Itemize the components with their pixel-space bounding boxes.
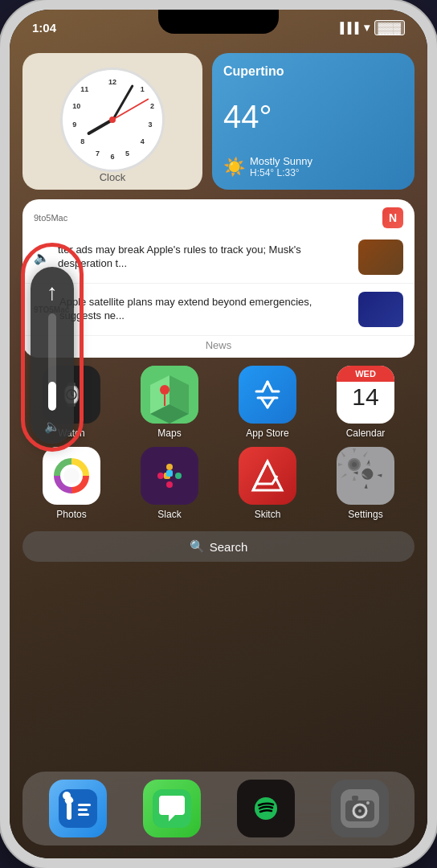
news-widget[interactable]: 9to5Mac N 🔈 tter ads may break Apple's r… — [22, 199, 415, 358]
clock-num-12: 12 — [108, 78, 116, 86]
news-headline-2: Apple satellite plans may extend beyond … — [59, 296, 350, 323]
clock-num-8: 8 — [80, 137, 84, 145]
weather-temp: 44° — [223, 99, 403, 135]
clock-num-7: 7 — [96, 149, 100, 158]
slack-app-icon — [141, 447, 198, 505]
signal-icon: ▐▐▐ — [337, 22, 359, 34]
svg-rect-25 — [67, 802, 71, 820]
app-item-skitch[interactable]: Skitch — [218, 447, 317, 520]
clock-num-3: 3 — [149, 121, 153, 129]
clock-face: 12 1 2 3 4 5 6 7 8 9 10 11 — [60, 68, 165, 172]
dock-app-spotify[interactable] — [237, 780, 295, 837]
news-headline-1: tter ads may break Apple's rules to trac… — [58, 244, 350, 271]
skitch-app-icon — [239, 447, 296, 505]
clock-center — [109, 117, 116, 123]
news-thumb-2 — [358, 292, 403, 327]
news-source-label: 9to5Mac — [34, 213, 67, 223]
svg-marker-18 — [253, 461, 282, 490]
svg-rect-28 — [78, 804, 91, 806]
app-item-calendar[interactable]: WED 14 Calendar — [317, 366, 415, 439]
svg-rect-14 — [166, 481, 173, 488]
weather-city: Cupertino — [223, 64, 403, 79]
photos-app-label: Photos — [56, 509, 86, 520]
news-item-2[interactable]: 9TO5Mac Apple satellite plans may extend… — [22, 284, 415, 336]
widgets-row: 12 1 2 3 4 5 6 7 8 9 10 11 — [22, 53, 415, 190]
dock-app-messages[interactable] — [143, 780, 201, 837]
svg-rect-15 — [175, 473, 182, 479]
news-thumb-1 — [358, 240, 403, 275]
wifi-icon: ▾ — [364, 21, 370, 34]
weather-widget[interactable]: Cupertino 44° ☀️ Mostly Sunny H:54° L:33… — [212, 53, 415, 190]
svg-rect-12 — [157, 473, 164, 479]
volume-bar-fill — [48, 382, 56, 411]
slack-app-label: Slack — [157, 509, 181, 520]
svg-point-40 — [366, 801, 370, 805]
battery-icon: ▓▓▓ — [374, 20, 405, 35]
appstore-app-icon — [239, 366, 296, 424]
app-grid: Watch — [22, 366, 415, 520]
search-label: Search — [210, 540, 248, 554]
appstore-app-label: App Store — [246, 428, 288, 439]
dock-app-cleaner[interactable] — [49, 780, 107, 837]
speaker-icon: 🔈 — [34, 250, 50, 265]
svg-point-27 — [63, 792, 71, 800]
news-item-1[interactable]: 🔈 tter ads may break Apple's rules to tr… — [22, 231, 415, 284]
cleaner-icon — [49, 780, 107, 837]
minute-hand — [112, 84, 134, 121]
app-item-appstore[interactable]: App Store — [218, 366, 317, 439]
clock-num-5: 5 — [125, 149, 129, 158]
weather-sun-icon: ☀️ — [223, 157, 245, 178]
status-time: 1:04 — [32, 21, 56, 35]
svg-point-23 — [352, 462, 357, 467]
svg-rect-36 — [352, 796, 358, 800]
app-item-photos[interactable]: Photos — [22, 447, 120, 520]
clock-num-10: 10 — [72, 102, 80, 110]
app-item-slack[interactable]: Slack — [120, 447, 218, 520]
news-footer: News — [22, 336, 415, 358]
clock-widget[interactable]: 12 1 2 3 4 5 6 7 8 9 10 11 — [22, 53, 202, 190]
app-item-maps[interactable]: Maps — [120, 366, 218, 439]
phone-frame: 1:04 ▐▐▐ ▾ ▓▓▓ 12 1 — [0, 0, 437, 868]
svg-point-33 — [255, 797, 277, 820]
svg-point-10 — [160, 385, 169, 395]
search-bar[interactable]: 🔍 Search — [22, 531, 415, 562]
photos-app-icon — [43, 447, 100, 505]
maps-app-icon — [141, 366, 198, 424]
home-screen: 1:04 ▐▐▐ ▾ ▓▓▓ 12 1 — [10, 10, 427, 858]
settings-app-icon — [337, 447, 394, 505]
volume-speaker-icon: 🔈 — [44, 419, 60, 434]
calendar-day: 14 — [352, 382, 378, 409]
volume-bar-container — [48, 313, 56, 411]
news-header: 9to5Mac N — [22, 199, 415, 231]
spotify-icon — [237, 780, 295, 837]
clock-num-2: 2 — [150, 102, 154, 110]
status-icons: ▐▐▐ ▾ ▓▓▓ — [337, 20, 405, 35]
maps-app-label: Maps — [157, 428, 181, 439]
svg-rect-30 — [78, 813, 89, 816]
search-icon: 🔍 — [190, 539, 205, 554]
notch — [158, 10, 279, 34]
settings-app-label: Settings — [348, 509, 382, 520]
weather-condition: Mostly Sunny — [250, 155, 312, 167]
clock-num-1: 1 — [141, 85, 145, 93]
svg-point-39 — [358, 809, 361, 813]
clock-num-11: 11 — [80, 85, 88, 93]
messages-icon — [143, 780, 201, 837]
svg-point-11 — [63, 468, 80, 484]
phone-screen: 1:04 ▐▐▐ ▾ ▓▓▓ 12 1 — [10, 10, 427, 858]
svg-rect-29 — [78, 809, 88, 811]
clock-num-6: 6 — [110, 153, 114, 161]
svg-rect-13 — [166, 464, 173, 470]
app-item-settings[interactable]: Settings — [317, 447, 415, 520]
clock-num-4: 4 — [141, 137, 145, 145]
calendar-dow: WED — [337, 366, 394, 382]
news-logo: N — [382, 207, 403, 228]
svg-line-19 — [253, 461, 268, 490]
dock-app-camera[interactable] — [331, 780, 389, 837]
dock — [22, 772, 415, 845]
weather-highlow: H:54° L:33° — [250, 167, 312, 178]
home-content: 12 1 2 3 4 5 6 7 8 9 10 11 — [10, 45, 427, 858]
clock-num-9: 9 — [72, 121, 76, 129]
skitch-app-label: Skitch — [255, 509, 281, 520]
calendar-app-icon: WED 14 — [337, 366, 394, 424]
